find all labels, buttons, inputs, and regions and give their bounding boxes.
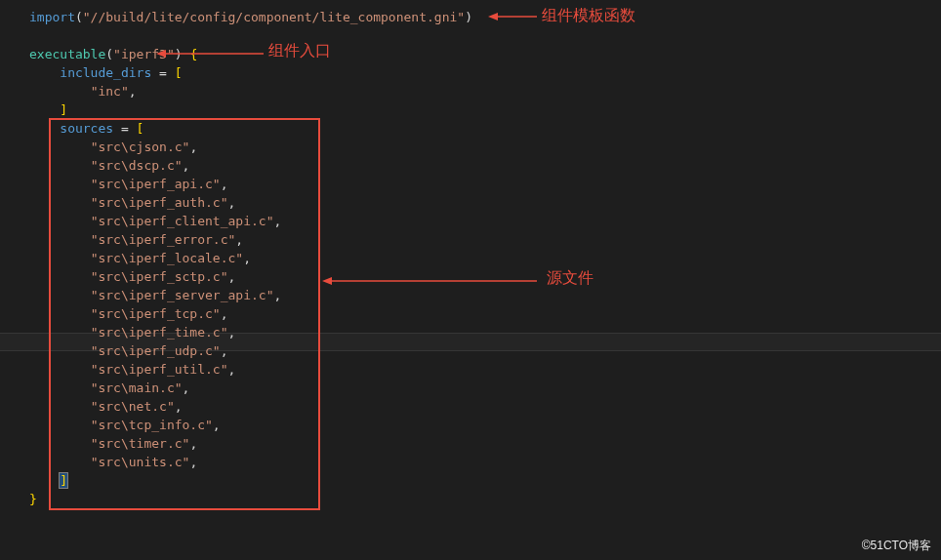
source-file: "src\main.c"	[91, 380, 183, 395]
code-line: "src\iperf_api.c",	[29, 175, 941, 193]
source-file: "src\tcp_info.c"	[91, 418, 213, 432]
sources-keyword: sources	[60, 121, 113, 136]
source-file: "src\iperf_time.c"	[91, 325, 228, 340]
source-file: "src\iperf_util.c"	[91, 362, 228, 377]
code-line: "inc",	[29, 82, 941, 100]
import-path: "//build/lite/config/component/lite_comp…	[83, 10, 465, 24]
include-dirs-keyword: include_dirs	[60, 65, 151, 80]
source-file: "src\iperf_api.c"	[91, 177, 221, 191]
executable-keyword: executable	[29, 47, 105, 61]
target-name: "iperf3"	[113, 47, 175, 61]
code-line	[29, 26, 941, 45]
code-line: "src\units.c",	[29, 453, 941, 471]
source-file: "src\iperf_udp.c"	[91, 343, 221, 358]
source-file: "src\iperf_server_api.c"	[91, 288, 274, 302]
code-line: "src\iperf_util.c",	[29, 360, 941, 379]
code-line: include_dirs = [	[29, 63, 941, 82]
code-line: "src\dscp.c",	[29, 156, 941, 175]
code-line: "src\iperf_error.c",	[29, 230, 941, 249]
code-line: sources = [	[29, 119, 941, 138]
code-line: "src\iperf_server_api.c",	[29, 286, 941, 304]
source-file: "src\units.c"	[91, 455, 190, 469]
code-line: "src\iperf_tcp.c",	[29, 304, 941, 323]
source-file: "src\iperf_tcp.c"	[91, 306, 221, 321]
code-line: "src\cjson.c",	[29, 138, 941, 156]
code-line: "src\iperf_udp.c",	[29, 341, 941, 360]
source-file: "src\iperf_error.c"	[91, 232, 236, 247]
source-file: "src\iperf_client_api.c"	[91, 214, 274, 228]
code-line: executable("iperf3") {	[29, 45, 941, 63]
source-file: "src\cjson.c"	[91, 140, 190, 154]
code-line: "src\iperf_sctp.c",	[29, 267, 941, 286]
source-file: "src\dscp.c"	[91, 158, 183, 173]
source-file: "src\iperf_locale.c"	[91, 251, 244, 265]
code-editor[interactable]: import("//build/lite/config/component/li…	[0, 0, 941, 508]
code-line: "src\timer.c",	[29, 434, 941, 453]
import-keyword: import	[29, 10, 75, 24]
source-file: "src\iperf_auth.c"	[91, 195, 228, 210]
code-line: ]	[29, 471, 941, 490]
source-file: "src\timer.c"	[91, 436, 190, 451]
code-line: ]	[29, 100, 941, 119]
code-line: "src\iperf_auth.c",	[29, 193, 941, 212]
code-line: "src\main.c",	[29, 379, 941, 397]
source-file: "src\net.c"	[91, 399, 175, 414]
code-line: }	[29, 490, 941, 508]
source-file: "src\iperf_sctp.c"	[91, 269, 228, 284]
code-line: "src\iperf_locale.c",	[29, 249, 941, 267]
code-line: import("//build/lite/config/component/li…	[29, 8, 941, 26]
code-line: "src\iperf_client_api.c",	[29, 212, 941, 230]
code-line: "src\tcp_info.c",	[29, 416, 941, 434]
code-line: "src\net.c",	[29, 397, 941, 416]
code-line: "src\iperf_time.c",	[29, 323, 941, 341]
watermark: ©51CTO博客	[862, 538, 931, 554]
include-dir-value: "inc"	[91, 84, 129, 99]
